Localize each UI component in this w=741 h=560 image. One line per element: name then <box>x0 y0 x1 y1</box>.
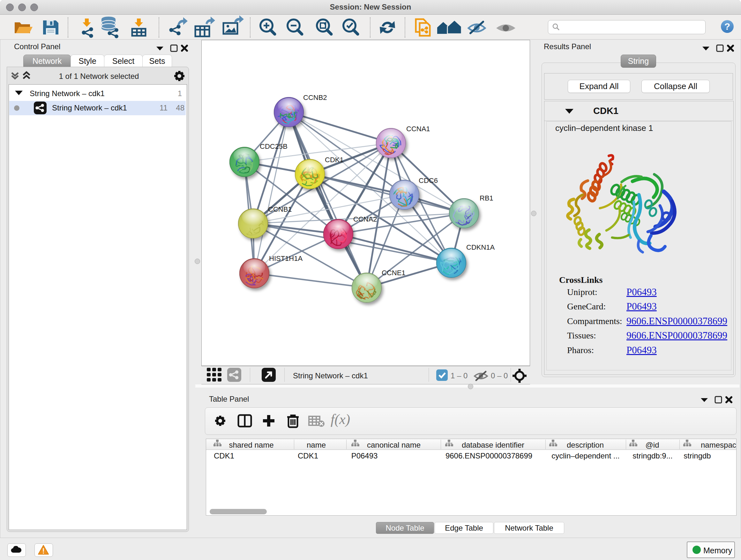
svg-text:CCNA1: CCNA1 <box>406 125 430 133</box>
svg-text:CDKN1A: CDKN1A <box>466 243 495 251</box>
svg-text:RB1: RB1 <box>480 194 493 202</box>
svg-text:CDC25B: CDC25B <box>260 142 287 150</box>
svg-text:CDK1: CDK1 <box>325 156 344 164</box>
svg-text:CCNE1: CCNE1 <box>382 269 406 277</box>
svg-text:CCNB1: CCNB1 <box>268 205 292 213</box>
svg-text:CCNA2: CCNA2 <box>353 215 377 223</box>
svg-text:HIST1H1A: HIST1H1A <box>269 254 302 262</box>
svg-text:CCNB2: CCNB2 <box>303 94 327 102</box>
svg-text:CDC6: CDC6 <box>419 177 438 185</box>
